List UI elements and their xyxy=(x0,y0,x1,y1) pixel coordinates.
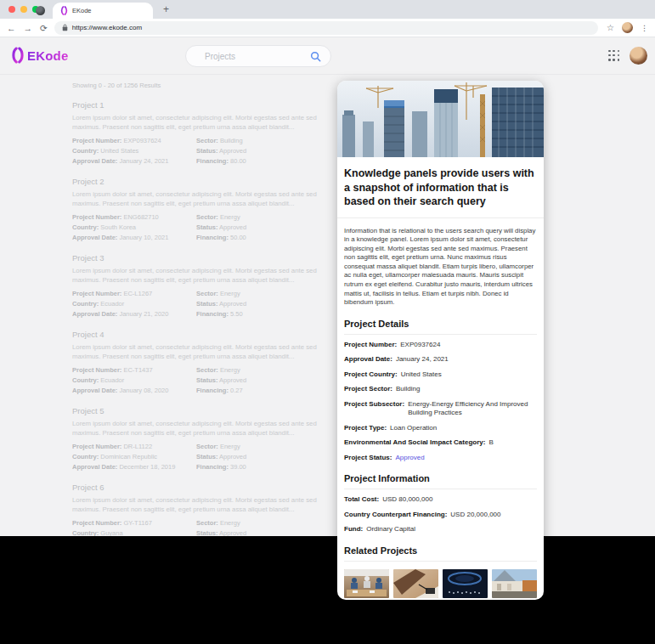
detail-row: Project Type:Loan Operation xyxy=(344,424,537,433)
browser-menu-icon[interactable]: ⋮ xyxy=(641,24,648,32)
project-title[interactable]: Project 5 xyxy=(72,406,334,415)
project-description: Lorem ipsum dolor sit amet, consectetur … xyxy=(72,114,334,133)
detail-row: Project Number:EXP0937624 xyxy=(344,341,537,350)
detail-row: Approval Date:January 24, 2021 xyxy=(344,355,537,364)
knowledge-panel: Knowledge panels provide users with a sn… xyxy=(337,81,544,600)
search-icon[interactable] xyxy=(310,51,321,62)
guatemala-thumbnail-image xyxy=(492,569,537,598)
related-project-1[interactable]: Institutional Strengthening of COFIDE xyxy=(344,569,389,600)
info-row: Total Cost:USD 80,000,000 xyxy=(344,495,537,505)
back-icon[interactable]: ← xyxy=(7,23,16,33)
project-title[interactable]: Project 4 xyxy=(72,330,334,339)
search-input[interactable] xyxy=(186,46,330,66)
project-result-3[interactable]: Project 3 Lorem ipsum dolor sit amet, co… xyxy=(72,253,334,319)
detail-row: Environmental And Social Impact Category… xyxy=(344,438,537,448)
project-title[interactable]: Project 6 xyxy=(72,483,334,492)
project-meta: Project Number: GY-T1167 Sector: Energy … xyxy=(72,519,334,536)
project-meta: Project Number: EC-L1267 Sector: Energy … xyxy=(72,290,334,319)
project-result-5[interactable]: Project 5 Lorem ipsum dolor sit amet, co… xyxy=(72,406,334,472)
project-description: Lorem ipsum dolor sit amet, consectetur … xyxy=(72,190,334,209)
project-meta: Project Number: EC-T1437 Sector: Energy … xyxy=(72,366,334,396)
minimize-window-button[interactable] xyxy=(20,6,27,13)
panel-title: Knowledge panels provide users with a sn… xyxy=(337,157,544,218)
ekode-favicon-icon xyxy=(60,6,68,15)
project-details-heading: Project Details xyxy=(344,319,537,335)
forum-thumbnail-image xyxy=(443,569,488,598)
info-row: Country Counterpart Financing:USD 20,000… xyxy=(344,511,537,520)
project-description: Lorem ipsum dolor sit amet, consectetur … xyxy=(72,496,334,515)
info-row: Fund:Ordinary Capital xyxy=(344,525,537,534)
detail-row: Project Subsector:Energy-Energy Efficien… xyxy=(344,400,537,418)
brand-name: EKode xyxy=(27,48,69,63)
project-result-2[interactable]: Project 2 Lorem ipsum dolor sit amet, co… xyxy=(72,177,334,242)
forward-icon[interactable]: → xyxy=(24,23,33,33)
detail-row: Project Sector:Building xyxy=(344,385,537,394)
reload-icon[interactable]: ⟳ xyxy=(40,23,48,33)
meeting-thumbnail-image xyxy=(344,569,389,598)
tab-title: EKode xyxy=(72,7,92,14)
url-field[interactable]: https://www.ekode.com xyxy=(54,21,598,35)
browser-window: EKode + ← → ⟳ https://www.ekode.com ☆ ⋮ xyxy=(0,0,655,536)
project-result-4[interactable]: Project 4 Lorem ipsum dolor sit amet, co… xyxy=(72,330,334,395)
project-title[interactable]: Project 3 xyxy=(72,253,334,263)
related-project-2[interactable]: Program to Strengthen the Tax Admin DR xyxy=(393,569,438,600)
project-result-1[interactable]: Project 1 Lorem ipsum dolor sit amet, co… xyxy=(72,100,334,166)
ekode-logo-icon xyxy=(11,47,25,64)
project-description: Lorem ipsum dolor sit amet, consectetur … xyxy=(72,420,334,438)
apps-grid-icon[interactable] xyxy=(608,50,620,62)
browser-tab[interactable]: EKode xyxy=(53,3,153,19)
browser-profile-icon[interactable] xyxy=(36,6,45,15)
results-list: Showing 0 - 20 of 1256 Results Project 1… xyxy=(72,82,334,536)
project-title[interactable]: Project 1 xyxy=(72,100,334,110)
browser-avatar[interactable] xyxy=(622,22,633,33)
close-window-button[interactable] xyxy=(8,6,15,13)
detail-row-status: Project Status:Approved xyxy=(344,454,537,463)
project-meta: Project Number: EXP0937624 Sector: Build… xyxy=(72,137,334,167)
lock-icon xyxy=(62,24,68,31)
detail-row: Project Country:United States xyxy=(344,370,537,380)
screen: EKode + ← → ⟳ https://www.ekode.com ☆ ⋮ xyxy=(0,0,655,644)
window-controls xyxy=(8,6,39,13)
related-projects-heading: Related Projects xyxy=(344,545,537,562)
construction-hero-image xyxy=(337,81,544,157)
status-link[interactable]: Approved xyxy=(395,454,424,463)
project-description: Lorem ipsum dolor sit amet, consectetur … xyxy=(72,343,334,362)
panel-description: Information that is relational to the us… xyxy=(344,227,537,308)
related-project-4[interactable]: Guatemala - RMEI Regional Malaria Elim xyxy=(492,569,537,600)
user-avatar[interactable] xyxy=(630,47,647,65)
results-summary: Showing 0 - 20 of 1256 Results xyxy=(72,82,334,89)
ekode-logo[interactable]: EKode xyxy=(11,47,69,64)
address-bar: ← → ⟳ https://www.ekode.com ☆ ⋮ xyxy=(0,19,655,37)
project-information-heading: Project Information xyxy=(344,473,537,489)
related-project-3[interactable]: Support to the 4th Ministerial Forum xyxy=(443,569,488,600)
search-bar[interactable] xyxy=(185,45,331,67)
related-projects-row: Institutional Strengthening of COFIDE Pr… xyxy=(344,569,537,600)
tab-strip: EKode + xyxy=(0,0,655,19)
app-header: EKode xyxy=(0,37,655,75)
project-meta: Project Number: DR-L1122 Sector: Energy … xyxy=(72,443,334,472)
writing-thumbnail-image xyxy=(393,569,438,598)
bookmark-star-icon[interactable]: ☆ xyxy=(607,23,614,32)
project-description: Lorem ipsum dolor sit amet, consectetur … xyxy=(72,267,334,285)
project-title[interactable]: Project 2 xyxy=(72,177,334,186)
project-result-6[interactable]: Project 6 Lorem ipsum dolor sit amet, co… xyxy=(72,483,334,536)
project-meta: Project Number: ENG682710 Sector: Energy… xyxy=(72,213,334,243)
new-tab-button[interactable]: + xyxy=(163,3,169,16)
url-text: https://www.ekode.com xyxy=(72,24,142,31)
